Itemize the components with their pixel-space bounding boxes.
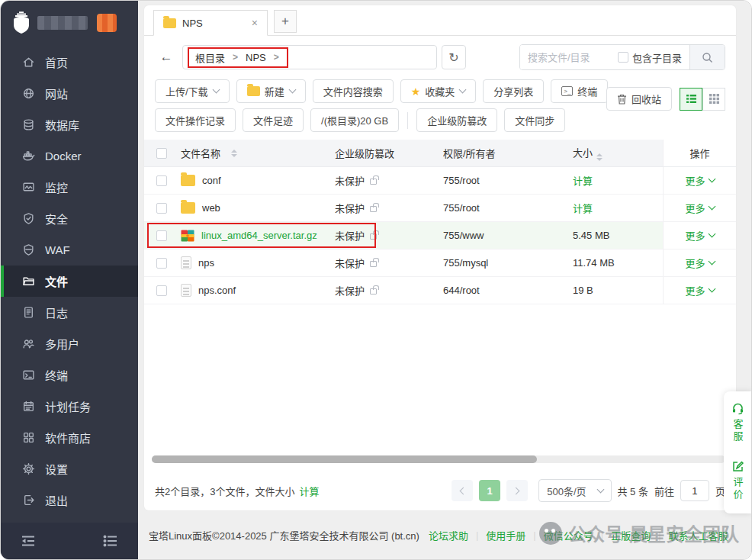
footer-link-forum[interactable]: 论坛求助	[429, 528, 468, 542]
more-button[interactable]: 更多	[685, 201, 714, 215]
more-button[interactable]: 更多	[685, 283, 714, 298]
page-size-select[interactable]: 500条/页	[538, 479, 611, 502]
calc-size-link[interactable]: 计算	[573, 175, 593, 187]
prev-page-button[interactable]	[452, 480, 473, 501]
page-number-button[interactable]: 1	[479, 480, 500, 501]
sidebar-item-files[interactable]: 文件	[1, 266, 138, 297]
row-checkbox[interactable]	[156, 175, 167, 186]
header-perm[interactable]: 权限/所有者	[443, 146, 573, 160]
sidebar-item-terminal[interactable]: 终端	[1, 359, 138, 391]
table-row[interactable]: conf 未保护 755/root 计算 更多	[144, 167, 736, 195]
more-button[interactable]: 更多	[685, 228, 714, 243]
header-size[interactable]: 大小	[573, 147, 593, 159]
search-input[interactable]	[520, 45, 618, 69]
tamper-status: 未保护	[335, 283, 365, 298]
header-tamper[interactable]: 企业级防篡改	[335, 146, 443, 160]
row-checkbox[interactable]	[156, 285, 167, 296]
footer-link-manual[interactable]: 使用手册	[486, 528, 525, 542]
more-button[interactable]: 更多	[685, 173, 714, 188]
upload-download-button[interactable]: 上传/下载	[155, 79, 230, 103]
collapse-sidebar-icon[interactable]	[21, 535, 36, 547]
new-tab-button[interactable]: +	[274, 10, 297, 33]
sidebar-item-security[interactable]: 安全	[1, 203, 138, 234]
goto-page-input[interactable]	[680, 480, 709, 501]
sidebar-item-logs[interactable]: 日志	[1, 297, 138, 328]
unlock-icon[interactable]	[370, 179, 377, 185]
file-name[interactable]: nps	[198, 257, 214, 269]
file-name[interactable]: web	[202, 202, 220, 214]
button-label: /(根目录)20 GB	[321, 113, 388, 127]
row-checkbox[interactable]	[156, 230, 167, 241]
row-checkbox[interactable]	[156, 203, 167, 214]
floating-side-panel: 客服 评价	[724, 391, 751, 513]
feedback-button[interactable]: 评价	[731, 460, 745, 501]
more-button[interactable]: 更多	[685, 256, 714, 270]
tab-nps[interactable]: NPS ×	[153, 10, 268, 36]
sidebar-item-docker[interactable]: Docker	[1, 140, 138, 172]
sidebar-item-settings[interactable]: 设置	[1, 453, 138, 484]
include-subdir-checkbox[interactable]: 包含子目录	[618, 50, 689, 65]
sidebar-item-website[interactable]: 网站	[1, 78, 138, 109]
sidebar-item-appstore[interactable]: 软件商店	[1, 422, 138, 453]
select-all-checkbox[interactable]	[156, 148, 167, 159]
logo-area[interactable]	[1, 1, 138, 45]
favorites-button[interactable]: ★收藏夹	[400, 79, 477, 103]
checkbox-icon[interactable]	[618, 52, 628, 63]
unlock-icon[interactable]	[370, 288, 377, 294]
tamper-status: 未保护	[335, 201, 365, 215]
sidebar-item-multiuser[interactable]: 多用户	[1, 328, 138, 359]
row-checkbox[interactable]	[156, 258, 167, 269]
sidebar-item-database[interactable]: 数据库	[1, 109, 138, 140]
unlock-icon[interactable]	[370, 261, 377, 267]
sort-icon[interactable]	[596, 153, 603, 161]
recycle-bin-button[interactable]: 回收站	[606, 87, 672, 111]
grid-view-button[interactable]	[702, 88, 725, 111]
breadcrumb-root[interactable]: 根目录	[195, 50, 225, 65]
table-row[interactable]: nps 未保护 755/mysql 11.74 MB 更多	[144, 249, 736, 277]
table-row[interactable]: web 未保护 755/root 计算 更多	[144, 195, 736, 222]
content-search-button[interactable]: 文件内容搜索	[313, 79, 394, 103]
share-list-button[interactable]: 分享列表	[483, 79, 544, 103]
file-name[interactable]: nps.conf	[198, 285, 236, 296]
sidebar-item-label: 退出	[45, 492, 68, 508]
tab-close-icon[interactable]: ×	[250, 17, 259, 29]
calc-total-link[interactable]: 计算	[299, 484, 319, 498]
calc-size-link[interactable]: 计算	[573, 203, 593, 214]
footer-link-genuine[interactable]: 正版查询	[611, 528, 651, 542]
file-op-log-button[interactable]: 文件操作记录	[155, 108, 236, 132]
file-sync-button[interactable]: 文件同步	[504, 108, 565, 132]
tab-label: NPS	[182, 18, 203, 29]
unlock-icon[interactable]	[370, 233, 377, 240]
table-row[interactable]: nps.conf 未保护 644/root 19 B 更多	[144, 277, 736, 304]
file-name[interactable]: conf	[202, 175, 221, 186]
sort-icon[interactable]	[231, 150, 237, 157]
breadcrumb-current[interactable]: NPS	[246, 52, 266, 63]
table-row-selected[interactable]: linux_amd64_server.tar.gz 未保护 755/www 5.…	[144, 222, 736, 249]
file-name[interactable]: linux_amd64_server.tar.gz	[201, 230, 317, 241]
sidebar-item-label: 文件	[45, 273, 68, 289]
sidebar-item-logout[interactable]: 退出	[1, 484, 138, 516]
customer-service-button[interactable]: 客服	[731, 402, 745, 443]
sidebar-item-cron[interactable]: 计划任务	[1, 391, 138, 422]
unlock-icon[interactable]	[370, 206, 377, 212]
sidebar-item-monitor[interactable]: 监控	[1, 172, 138, 203]
footer-link-wechat[interactable]: 微信公众号	[544, 528, 593, 542]
sidebar-item-waf[interactable]: WAF	[1, 234, 138, 266]
scrollbar-thumb[interactable]	[152, 455, 537, 463]
new-button[interactable]: 新建	[236, 79, 306, 103]
terminal-button[interactable]: >_终端	[551, 79, 608, 103]
header-name[interactable]: 文件名称	[181, 146, 220, 160]
refresh-button[interactable]: ↻	[442, 45, 466, 69]
search-button[interactable]	[689, 45, 725, 69]
list-view-button[interactable]	[680, 88, 702, 111]
next-page-button[interactable]	[506, 480, 528, 501]
tamper-proof-button[interactable]: 企业级防篡改	[416, 108, 497, 132]
footer-link-support[interactable]: 联系人工客服	[669, 528, 728, 542]
menu-list-icon[interactable]	[103, 535, 118, 547]
file-footprint-button[interactable]: 文件足迹	[243, 108, 304, 132]
sidebar-item-home[interactable]: 首页	[1, 47, 138, 78]
button-label: 企业级防篡改	[427, 113, 487, 127]
disk-usage-button[interactable]: /(根目录)20 GB	[310, 108, 399, 132]
back-button[interactable]: ←	[155, 45, 178, 69]
breadcrumb[interactable]: 根目录 > NPS >	[182, 45, 437, 69]
